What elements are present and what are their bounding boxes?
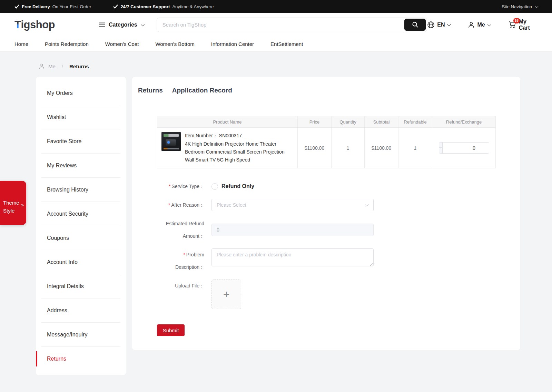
chevron-down-icon: [365, 203, 369, 206]
refund-exchange-cell: − +: [432, 128, 495, 168]
tab-application-record[interactable]: Application Record: [172, 87, 232, 94]
language-selector[interactable]: EN: [427, 21, 450, 29]
chevron-down-icon: [487, 22, 491, 26]
sidebar-item-integral-details[interactable]: Integral Details: [36, 274, 126, 298]
breadcrumb: Me / Returns: [39, 63, 552, 69]
main-header: Tigshop Categories EN Me 16 My Cart: [0, 13, 552, 36]
col-quantity: Quantity: [331, 116, 364, 127]
refund-amount-row: Estimated Refund Amount：: [157, 217, 496, 242]
logo-text: igshop: [21, 19, 55, 31]
returns-tabs: Returns Application Record: [138, 87, 520, 94]
user-icon: [468, 21, 475, 28]
problem-description-textarea[interactable]: [211, 248, 374, 266]
breadcrumb-separator: /: [62, 63, 63, 69]
sidebar-item-message-inquiry[interactable]: Message/Inquiry: [36, 323, 126, 347]
product-thumbnail[interactable]: [161, 132, 181, 151]
after-reason-placeholder: Please Select: [217, 202, 246, 208]
account-sidebar: My Orders Wishlist Favorite Store My Rev…: [36, 77, 126, 375]
required-mark: *: [169, 184, 170, 189]
cart-label: My Cart: [519, 19, 538, 31]
promo-support: 24/7 Customer Support Anytime & Anywhere: [113, 4, 214, 9]
col-refund-exchange: Refund/Exchange: [432, 116, 495, 127]
table-row: Item Number： SN000317 4K High Definition…: [157, 127, 495, 168]
tab-returns[interactable]: Returns: [138, 87, 163, 94]
sidebar-item-address[interactable]: Address: [36, 298, 126, 323]
sidebar-item-account-info[interactable]: Account Info: [36, 250, 126, 274]
categories-label: Categories: [109, 22, 137, 28]
returns-panel: Returns Application Record Product Name …: [132, 77, 520, 350]
nav-points-redemption[interactable]: Points Redemption: [45, 41, 89, 47]
tigshop-logo[interactable]: Tigshop: [14, 19, 55, 31]
nav-entsettlement[interactable]: EntSettlement: [270, 41, 303, 47]
hamburger-icon: [99, 22, 105, 27]
problem-description-row: *Problem Description：: [157, 248, 496, 273]
stepper-decrease-button[interactable]: −: [439, 143, 443, 153]
plus-icon: +: [223, 289, 230, 300]
sidebar-item-browsing-history[interactable]: Browsing History: [36, 178, 126, 202]
check-icon: [113, 4, 118, 9]
refund-only-label: Refund Only: [221, 183, 254, 189]
globe-icon: [427, 21, 435, 29]
col-refundable: Refundable: [398, 116, 432, 127]
search-input[interactable]: [162, 22, 405, 28]
nav-womens-coat[interactable]: Women's Coat: [105, 41, 139, 47]
quantity-stepper: − +: [439, 142, 489, 154]
page-layout: My Orders Wishlist Favorite Store My Rev…: [0, 77, 552, 375]
required-mark: *: [183, 252, 185, 257]
header-actions: EN Me 16 My Cart: [427, 19, 538, 31]
refund-amount-label: Estimated Refund Amount：: [157, 217, 211, 242]
return-items-table: Product Name Price Quantity Subtotal Ref…: [157, 116, 496, 168]
upload-file-button[interactable]: +: [211, 280, 241, 309]
after-reason-select[interactable]: Please Select: [211, 199, 374, 211]
sidebar-item-my-orders[interactable]: My Orders: [36, 81, 126, 105]
submit-button[interactable]: Submit: [157, 324, 185, 336]
col-subtotal: Subtotal: [364, 116, 398, 127]
language-label: EN: [437, 22, 445, 28]
promo-free-delivery: Free Delivery On Your First Order: [14, 4, 91, 9]
after-reason-row: *After Reason： Please Select: [157, 199, 496, 211]
top-announcement-bar: Free Delivery On Your First Order 24/7 C…: [0, 0, 552, 13]
sidebar-item-favorite-store[interactable]: Favorite Store: [36, 129, 126, 154]
search-button[interactable]: [404, 19, 426, 31]
product-name[interactable]: 4K High Definition Projector Home Theate…: [185, 140, 293, 164]
sidebar-item-account-security[interactable]: Account Security: [36, 202, 126, 226]
double-chevron-right-icon: »: [21, 202, 23, 208]
item-number-value: SN000317: [219, 133, 242, 138]
item-number-label: Item Number：: [185, 133, 218, 138]
stepper-value-input[interactable]: [443, 143, 489, 153]
user-icon: [39, 63, 45, 69]
search-icon: [412, 21, 418, 28]
required-mark: *: [168, 202, 170, 208]
theme-style-tab[interactable]: Theme Style »: [0, 181, 26, 225]
refund-amount-input: [211, 224, 374, 236]
service-type-row: *Service Type： Refund Only: [157, 180, 496, 193]
service-type-label: *Service Type：: [157, 180, 211, 193]
refund-only-radio[interactable]: [211, 183, 218, 190]
after-reason-label: *After Reason：: [157, 199, 211, 211]
product-cell: Item Number： SN000317 4K High Definition…: [157, 128, 297, 168]
logo-t-glyph: T: [14, 19, 21, 31]
chevron-down-icon: [535, 4, 539, 8]
promo-subtitle: On Your First Order: [52, 4, 91, 9]
search-bar: [157, 18, 427, 32]
sidebar-item-returns[interactable]: Returns: [36, 347, 126, 371]
site-navigation-label: Site Navigation: [502, 4, 532, 9]
check-icon: [14, 4, 19, 9]
sidebar-item-coupons[interactable]: Coupons: [36, 226, 126, 250]
col-price: Price: [297, 116, 331, 127]
site-navigation-menu[interactable]: Site Navigation: [502, 4, 538, 9]
nav-home[interactable]: Home: [14, 41, 28, 47]
nav-information-center[interactable]: Information Center: [211, 41, 254, 47]
account-menu[interactable]: Me: [468, 21, 490, 28]
promo-title: Free Delivery: [22, 4, 50, 9]
promo-subtitle: Anytime & Anywhere: [172, 4, 214, 9]
breadcrumb-me[interactable]: Me: [48, 63, 56, 69]
nav-womens-bottom[interactable]: Women's Bottom: [155, 41, 194, 47]
sidebar-item-my-reviews[interactable]: My Reviews: [36, 154, 126, 178]
categories-menu[interactable]: Categories: [99, 22, 144, 28]
upload-file-row: Upload File： +: [157, 280, 496, 309]
primary-nav: Home Points Redemption Women's Coat Wome…: [0, 36, 552, 51]
table-header-row: Product Name Price Quantity Subtotal Ref…: [157, 116, 495, 127]
cart-button[interactable]: 16 My Cart: [508, 19, 538, 31]
sidebar-item-wishlist[interactable]: Wishlist: [36, 105, 126, 129]
